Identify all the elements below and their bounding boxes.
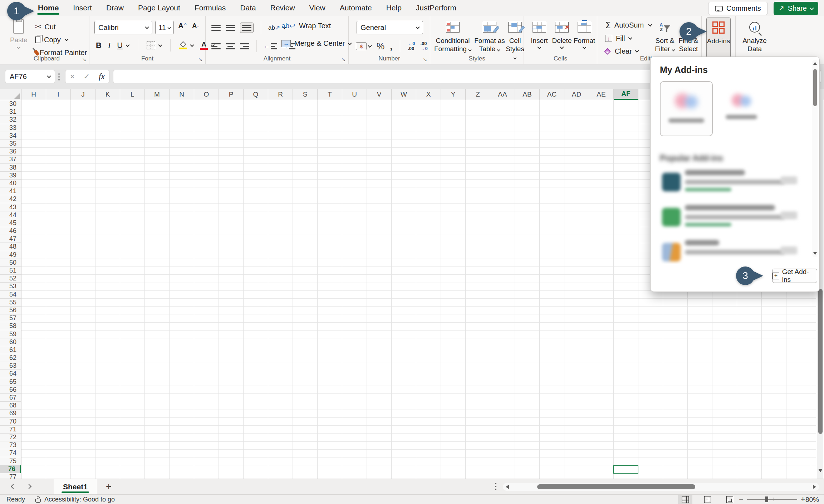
column-header-Y[interactable]: Y bbox=[441, 89, 466, 100]
number-dialog-launcher-icon[interactable]: ↘ bbox=[423, 57, 427, 62]
column-header-L[interactable]: L bbox=[120, 89, 145, 100]
sort-filter-button[interactable]: AZ Sort & Filter bbox=[654, 19, 676, 53]
row-header-60[interactable]: 60 bbox=[0, 338, 21, 346]
popular-addin-add-button[interactable] bbox=[781, 246, 797, 254]
analyze-data-button[interactable]: Analyze Data bbox=[741, 19, 769, 53]
align-right-button[interactable] bbox=[240, 43, 249, 49]
row-header-43[interactable]: 43 bbox=[0, 203, 21, 211]
clipboard-dialog-launcher-icon[interactable]: ↘ bbox=[82, 57, 86, 62]
column-header-J[interactable]: J bbox=[71, 89, 95, 100]
row-header-35[interactable]: 35 bbox=[0, 140, 21, 148]
row-header-41[interactable]: 41 bbox=[0, 187, 21, 195]
copy-button[interactable]: Copy bbox=[35, 34, 68, 45]
zoom-slider[interactable] bbox=[747, 499, 797, 500]
row-header-56[interactable]: 56 bbox=[0, 307, 21, 314]
cut-button[interactable]: ✂ Cut bbox=[35, 21, 56, 32]
column-header-I[interactable]: I bbox=[46, 89, 71, 100]
column-header-AC[interactable]: AC bbox=[540, 89, 564, 100]
paste-button[interactable]: Paste bbox=[10, 19, 28, 49]
popular-addin-add-button[interactable] bbox=[781, 211, 797, 219]
row-header-47[interactable]: 47 bbox=[0, 235, 21, 243]
bottom-align-button[interactable] bbox=[240, 23, 254, 33]
row-header-52[interactable]: 52 bbox=[0, 275, 21, 283]
column-header-X[interactable]: X bbox=[416, 89, 441, 100]
normal-view-button[interactable] bbox=[678, 495, 692, 504]
row-header-65[interactable]: 65 bbox=[0, 378, 21, 386]
row-header-57[interactable]: 57 bbox=[0, 314, 21, 322]
row-header-61[interactable]: 61 bbox=[0, 346, 21, 354]
row-header-39[interactable]: 39 bbox=[0, 172, 21, 180]
row-header-77[interactable]: 77 bbox=[0, 473, 21, 479]
decrease-indent-button[interactable]: ← bbox=[264, 43, 277, 49]
row-header-30[interactable]: 30 bbox=[0, 100, 21, 108]
column-header-H[interactable]: H bbox=[21, 89, 46, 100]
tab-home[interactable]: Home bbox=[31, 0, 66, 16]
column-header-AF[interactable]: AF bbox=[614, 89, 638, 100]
row-header-38[interactable]: 38 bbox=[0, 164, 21, 172]
scroll-right-icon[interactable] bbox=[813, 485, 816, 489]
new-sheet-button[interactable]: + bbox=[106, 481, 112, 492]
column-header-V[interactable]: V bbox=[367, 89, 392, 100]
column-header-P[interactable]: P bbox=[219, 89, 244, 100]
zoom-level[interactable]: 80% bbox=[805, 496, 819, 504]
panel-scrollbar[interactable] bbox=[812, 60, 818, 257]
fill-color-button[interactable] bbox=[179, 42, 187, 49]
page-layout-view-button[interactable] bbox=[700, 495, 715, 504]
my-addin-tile[interactable] bbox=[660, 81, 713, 136]
vertical-scrollbar-thumb[interactable] bbox=[818, 289, 823, 434]
column-header-W[interactable]: W bbox=[392, 89, 416, 100]
column-header-Z[interactable]: Z bbox=[466, 89, 490, 100]
percent-style-button[interactable]: % bbox=[377, 41, 384, 52]
column-header-O[interactable]: O bbox=[194, 89, 219, 100]
row-header-75[interactable]: 75 bbox=[0, 457, 21, 465]
row-header-67[interactable]: 67 bbox=[0, 394, 21, 402]
active-cell[interactable] bbox=[613, 465, 638, 474]
top-align-button[interactable] bbox=[211, 25, 221, 31]
align-left-button[interactable] bbox=[211, 43, 221, 49]
font-size-select[interactable]: 11 bbox=[155, 21, 174, 34]
column-header-R[interactable]: R bbox=[268, 89, 293, 100]
accessibility-status[interactable]: Accessibility: Good to go bbox=[34, 496, 115, 503]
column-header-K[interactable]: K bbox=[95, 89, 120, 100]
row-header-40[interactable]: 40 bbox=[0, 180, 21, 187]
popular-addin-add-button[interactable] bbox=[781, 176, 797, 184]
column-header-AE[interactable]: AE bbox=[589, 89, 614, 100]
row-header-68[interactable]: 68 bbox=[0, 402, 21, 410]
row-header-31[interactable]: 31 bbox=[0, 108, 21, 116]
row-header-36[interactable]: 36 bbox=[0, 148, 21, 156]
cancel-icon[interactable]: × bbox=[70, 72, 74, 82]
enter-icon[interactable]: ✓ bbox=[84, 72, 90, 81]
column-header-Q[interactable]: Q bbox=[244, 89, 268, 100]
row-header-76[interactable]: 76 bbox=[0, 465, 21, 473]
next-sheet-icon[interactable] bbox=[26, 484, 31, 489]
sheet-tab-sheet1[interactable]: Sheet1 bbox=[54, 479, 97, 494]
wrap-text-button[interactable]: ab↩ Wrap Text bbox=[281, 21, 331, 30]
underline-button[interactable]: U bbox=[117, 41, 123, 50]
row-header-49[interactable]: 49 bbox=[0, 251, 21, 259]
tab-help[interactable]: Help bbox=[379, 0, 409, 16]
column-header-N[interactable]: N bbox=[170, 89, 194, 100]
horizontal-scrollbar-thumb[interactable] bbox=[537, 484, 695, 489]
row-header-54[interactable]: 54 bbox=[0, 291, 21, 299]
panel-scroll-up-icon[interactable] bbox=[813, 62, 817, 65]
tab-review[interactable]: Review bbox=[263, 0, 302, 16]
sheet-options-kebab-icon[interactable] bbox=[495, 483, 496, 484]
comma-style-button[interactable]: , bbox=[390, 41, 392, 52]
zoom-slider-thumb[interactable] bbox=[765, 496, 768, 502]
align-center-button[interactable] bbox=[226, 43, 235, 49]
shrink-font-button[interactable]: Aˇ bbox=[192, 22, 199, 30]
row-header-59[interactable]: 59 bbox=[0, 330, 21, 338]
column-header-M[interactable]: M bbox=[145, 89, 170, 100]
row-header-42[interactable]: 42 bbox=[0, 195, 21, 203]
name-box[interactable]: AF76 bbox=[5, 70, 55, 83]
column-header-U[interactable]: U bbox=[342, 89, 367, 100]
row-header-73[interactable]: 73 bbox=[0, 441, 21, 449]
row-header-34[interactable]: 34 bbox=[0, 132, 21, 140]
alignment-dialog-launcher-icon[interactable]: ↘ bbox=[341, 57, 345, 62]
page-break-view-button[interactable] bbox=[722, 495, 737, 504]
accounting-chevron-icon[interactable] bbox=[368, 44, 372, 48]
row-header-37[interactable]: 37 bbox=[0, 156, 21, 163]
prev-sheet-icon[interactable] bbox=[11, 484, 16, 489]
row-header-55[interactable]: 55 bbox=[0, 299, 21, 307]
row-header-48[interactable]: 48 bbox=[0, 243, 21, 251]
